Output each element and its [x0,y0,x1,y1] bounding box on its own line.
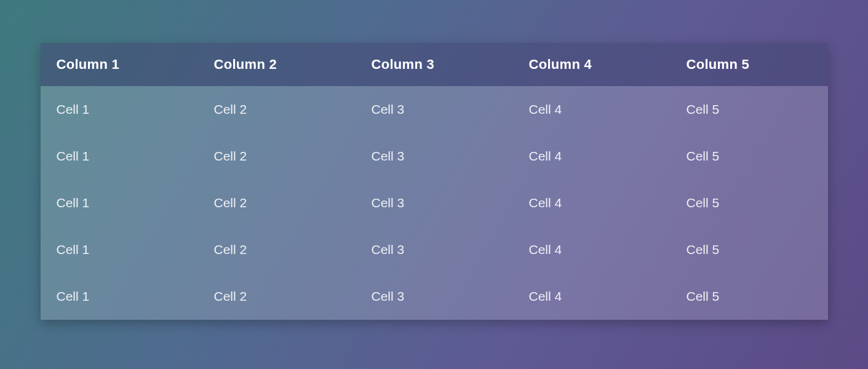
table-cell: Cell 3 [356,226,513,273]
table-cell: Cell 1 [41,133,198,180]
table-cell: Cell 5 [671,273,828,320]
table-cell: Cell 4 [513,133,671,180]
data-table-container: Column 1 Column 2 Column 3 Column 4 Colu… [41,43,828,320]
table-cell: Cell 3 [356,86,513,133]
table-cell: Cell 4 [513,86,671,133]
column-header: Column 5 [671,43,828,86]
table-cell: Cell 3 [356,180,513,226]
table-cell: Cell 1 [41,180,198,226]
column-header: Column 4 [513,43,671,86]
table-row: Cell 1 Cell 2 Cell 3 Cell 4 Cell 5 [41,273,828,320]
table-cell: Cell 5 [671,86,828,133]
table-cell: Cell 1 [41,226,198,273]
table-header: Column 1 Column 2 Column 3 Column 4 Colu… [41,43,828,86]
table-header-row: Column 1 Column 2 Column 3 Column 4 Colu… [41,43,828,86]
table-row: Cell 1 Cell 2 Cell 3 Cell 4 Cell 5 [41,180,828,226]
table-cell: Cell 5 [671,180,828,226]
column-header: Column 3 [356,43,513,86]
table-cell: Cell 4 [513,180,671,226]
table-cell: Cell 2 [198,180,356,226]
column-header: Column 2 [198,43,356,86]
table-cell: Cell 1 [41,86,198,133]
table-cell: Cell 1 [41,273,198,320]
data-table: Column 1 Column 2 Column 3 Column 4 Colu… [41,43,828,320]
table-cell: Cell 5 [671,133,828,180]
table-cell: Cell 5 [671,226,828,273]
table-cell: Cell 3 [356,133,513,180]
table-row: Cell 1 Cell 2 Cell 3 Cell 4 Cell 5 [41,133,828,180]
table-cell: Cell 4 [513,273,671,320]
table-row: Cell 1 Cell 2 Cell 3 Cell 4 Cell 5 [41,226,828,273]
table-cell: Cell 3 [356,273,513,320]
table-body: Cell 1 Cell 2 Cell 3 Cell 4 Cell 5 Cell … [41,86,828,320]
table-cell: Cell 2 [198,133,356,180]
table-cell: Cell 2 [198,273,356,320]
table-cell: Cell 2 [198,86,356,133]
column-header: Column 1 [41,43,198,86]
table-cell: Cell 2 [198,226,356,273]
table-row: Cell 1 Cell 2 Cell 3 Cell 4 Cell 5 [41,86,828,133]
table-cell: Cell 4 [513,226,671,273]
